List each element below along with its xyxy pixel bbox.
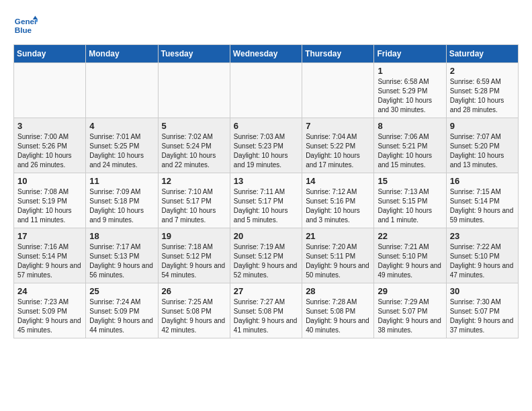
day-cell: 22Sunrise: 7:21 AM Sunset: 5:10 PM Dayli… bbox=[374, 228, 446, 283]
day-number: 12 bbox=[162, 176, 226, 186]
day-number: 24 bbox=[17, 286, 82, 296]
day-info: Sunrise: 7:13 AM Sunset: 5:15 PM Dayligh… bbox=[378, 187, 442, 225]
day-cell: 8Sunrise: 7:06 AM Sunset: 5:21 PM Daylig… bbox=[374, 118, 446, 173]
day-cell: 27Sunrise: 7:27 AM Sunset: 5:08 PM Dayli… bbox=[230, 283, 302, 338]
day-number: 23 bbox=[450, 231, 515, 241]
logo-icon: General Blue bbox=[13, 13, 38, 38]
header-cell-thursday: Thursday bbox=[302, 45, 374, 63]
header-row: SundayMondayTuesdayWednesdayThursdayFrid… bbox=[14, 45, 519, 63]
day-cell bbox=[158, 63, 230, 118]
header-cell-sunday: Sunday bbox=[14, 45, 86, 63]
day-cell: 24Sunrise: 7:23 AM Sunset: 5:09 PM Dayli… bbox=[14, 283, 86, 338]
day-info: Sunrise: 7:24 AM Sunset: 5:09 PM Dayligh… bbox=[89, 298, 154, 335]
header-cell-monday: Monday bbox=[86, 45, 158, 63]
day-number: 27 bbox=[234, 286, 298, 296]
day-info: Sunrise: 7:25 AM Sunset: 5:08 PM Dayligh… bbox=[162, 298, 226, 335]
day-cell: 1Sunrise: 6:58 AM Sunset: 5:29 PM Daylig… bbox=[374, 63, 446, 118]
day-number: 1 bbox=[378, 66, 442, 76]
day-cell: 2Sunrise: 6:59 AM Sunset: 5:28 PM Daylig… bbox=[446, 63, 518, 118]
header-cell-saturday: Saturday bbox=[446, 45, 518, 63]
day-cell: 7Sunrise: 7:04 AM Sunset: 5:22 PM Daylig… bbox=[302, 118, 374, 173]
day-info: Sunrise: 7:17 AM Sunset: 5:13 PM Dayligh… bbox=[89, 242, 154, 280]
day-info: Sunrise: 7:12 AM Sunset: 5:16 PM Dayligh… bbox=[306, 187, 370, 225]
day-info: Sunrise: 7:08 AM Sunset: 5:19 PM Dayligh… bbox=[17, 187, 82, 225]
day-info: Sunrise: 6:58 AM Sunset: 5:29 PM Dayligh… bbox=[378, 77, 442, 115]
day-cell bbox=[302, 63, 374, 118]
day-number: 6 bbox=[234, 121, 298, 131]
day-cell: 13Sunrise: 7:11 AM Sunset: 5:17 PM Dayli… bbox=[230, 173, 302, 228]
day-cell: 20Sunrise: 7:19 AM Sunset: 5:12 PM Dayli… bbox=[230, 228, 302, 283]
day-info: Sunrise: 7:02 AM Sunset: 5:24 PM Dayligh… bbox=[162, 132, 226, 170]
svg-text:Blue: Blue bbox=[15, 26, 32, 34]
day-info: Sunrise: 7:09 AM Sunset: 5:18 PM Dayligh… bbox=[89, 187, 154, 225]
day-cell: 16Sunrise: 7:15 AM Sunset: 5:14 PM Dayli… bbox=[446, 173, 518, 228]
logo: General Blue bbox=[13, 13, 40, 38]
day-cell bbox=[86, 63, 158, 118]
header: General Blue bbox=[13, 13, 519, 38]
calendar-table: SundayMondayTuesdayWednesdayThursdayFrid… bbox=[13, 44, 519, 338]
header-cell-tuesday: Tuesday bbox=[158, 45, 230, 63]
day-number: 8 bbox=[378, 121, 442, 131]
calendar-body: 1Sunrise: 6:58 AM Sunset: 5:29 PM Daylig… bbox=[14, 63, 519, 338]
day-info: Sunrise: 7:30 AM Sunset: 5:07 PM Dayligh… bbox=[450, 298, 515, 335]
day-cell: 11Sunrise: 7:09 AM Sunset: 5:18 PM Dayli… bbox=[86, 173, 158, 228]
day-info: Sunrise: 7:06 AM Sunset: 5:21 PM Dayligh… bbox=[378, 132, 442, 170]
day-cell: 25Sunrise: 7:24 AM Sunset: 5:09 PM Dayli… bbox=[86, 283, 158, 338]
day-info: Sunrise: 7:28 AM Sunset: 5:08 PM Dayligh… bbox=[306, 298, 370, 335]
day-info: Sunrise: 7:04 AM Sunset: 5:22 PM Dayligh… bbox=[306, 132, 370, 170]
day-number: 22 bbox=[378, 231, 442, 241]
day-cell bbox=[230, 63, 302, 118]
day-number: 20 bbox=[234, 231, 298, 241]
day-info: Sunrise: 7:18 AM Sunset: 5:12 PM Dayligh… bbox=[162, 242, 226, 280]
day-number: 16 bbox=[450, 176, 515, 186]
day-cell: 30Sunrise: 7:30 AM Sunset: 5:07 PM Dayli… bbox=[446, 283, 518, 338]
week-row-0: 1Sunrise: 6:58 AM Sunset: 5:29 PM Daylig… bbox=[14, 63, 519, 118]
day-info: Sunrise: 7:07 AM Sunset: 5:20 PM Dayligh… bbox=[450, 132, 515, 170]
day-info: Sunrise: 7:22 AM Sunset: 5:10 PM Dayligh… bbox=[450, 242, 515, 280]
day-number: 30 bbox=[450, 286, 515, 296]
day-info: Sunrise: 7:19 AM Sunset: 5:12 PM Dayligh… bbox=[234, 242, 298, 280]
day-number: 11 bbox=[89, 176, 154, 186]
day-info: Sunrise: 7:15 AM Sunset: 5:14 PM Dayligh… bbox=[450, 187, 515, 225]
day-number: 7 bbox=[306, 121, 370, 131]
day-info: Sunrise: 6:59 AM Sunset: 5:28 PM Dayligh… bbox=[450, 77, 515, 115]
day-cell: 12Sunrise: 7:10 AM Sunset: 5:17 PM Dayli… bbox=[158, 173, 230, 228]
week-row-3: 17Sunrise: 7:16 AM Sunset: 5:14 PM Dayli… bbox=[14, 228, 519, 283]
day-info: Sunrise: 7:23 AM Sunset: 5:09 PM Dayligh… bbox=[17, 298, 82, 335]
day-cell: 6Sunrise: 7:03 AM Sunset: 5:23 PM Daylig… bbox=[230, 118, 302, 173]
day-number: 28 bbox=[306, 286, 370, 296]
day-number: 15 bbox=[378, 176, 442, 186]
week-row-4: 24Sunrise: 7:23 AM Sunset: 5:09 PM Dayli… bbox=[14, 283, 519, 338]
day-number: 4 bbox=[89, 121, 154, 131]
day-info: Sunrise: 7:01 AM Sunset: 5:25 PM Dayligh… bbox=[89, 132, 154, 170]
day-info: Sunrise: 7:27 AM Sunset: 5:08 PM Dayligh… bbox=[234, 298, 298, 335]
day-number: 10 bbox=[17, 176, 82, 186]
day-number: 26 bbox=[162, 286, 226, 296]
day-cell: 26Sunrise: 7:25 AM Sunset: 5:08 PM Dayli… bbox=[158, 283, 230, 338]
day-number: 18 bbox=[89, 231, 154, 241]
day-number: 3 bbox=[17, 121, 82, 131]
day-number: 25 bbox=[89, 286, 154, 296]
day-cell: 14Sunrise: 7:12 AM Sunset: 5:16 PM Dayli… bbox=[302, 173, 374, 228]
day-number: 29 bbox=[378, 286, 442, 296]
day-info: Sunrise: 7:10 AM Sunset: 5:17 PM Dayligh… bbox=[162, 187, 226, 225]
day-number: 19 bbox=[162, 231, 226, 241]
day-info: Sunrise: 7:16 AM Sunset: 5:14 PM Dayligh… bbox=[17, 242, 82, 280]
day-cell: 9Sunrise: 7:07 AM Sunset: 5:20 PM Daylig… bbox=[446, 118, 518, 173]
day-cell: 28Sunrise: 7:28 AM Sunset: 5:08 PM Dayli… bbox=[302, 283, 374, 338]
day-cell: 21Sunrise: 7:20 AM Sunset: 5:11 PM Dayli… bbox=[302, 228, 374, 283]
day-cell: 4Sunrise: 7:01 AM Sunset: 5:25 PM Daylig… bbox=[86, 118, 158, 173]
day-number: 2 bbox=[450, 66, 515, 76]
day-cell: 3Sunrise: 7:00 AM Sunset: 5:26 PM Daylig… bbox=[14, 118, 86, 173]
calendar-header: SundayMondayTuesdayWednesdayThursdayFrid… bbox=[14, 45, 519, 63]
day-info: Sunrise: 7:29 AM Sunset: 5:07 PM Dayligh… bbox=[378, 298, 442, 335]
day-info: Sunrise: 7:00 AM Sunset: 5:26 PM Dayligh… bbox=[17, 132, 82, 170]
day-cell: 10Sunrise: 7:08 AM Sunset: 5:19 PM Dayli… bbox=[14, 173, 86, 228]
day-info: Sunrise: 7:11 AM Sunset: 5:17 PM Dayligh… bbox=[234, 187, 298, 225]
day-cell: 19Sunrise: 7:18 AM Sunset: 5:12 PM Dayli… bbox=[158, 228, 230, 283]
day-cell: 17Sunrise: 7:16 AM Sunset: 5:14 PM Dayli… bbox=[14, 228, 86, 283]
day-number: 13 bbox=[234, 176, 298, 186]
day-info: Sunrise: 7:03 AM Sunset: 5:23 PM Dayligh… bbox=[234, 132, 298, 170]
day-number: 17 bbox=[17, 231, 82, 241]
day-cell: 18Sunrise: 7:17 AM Sunset: 5:13 PM Dayli… bbox=[86, 228, 158, 283]
